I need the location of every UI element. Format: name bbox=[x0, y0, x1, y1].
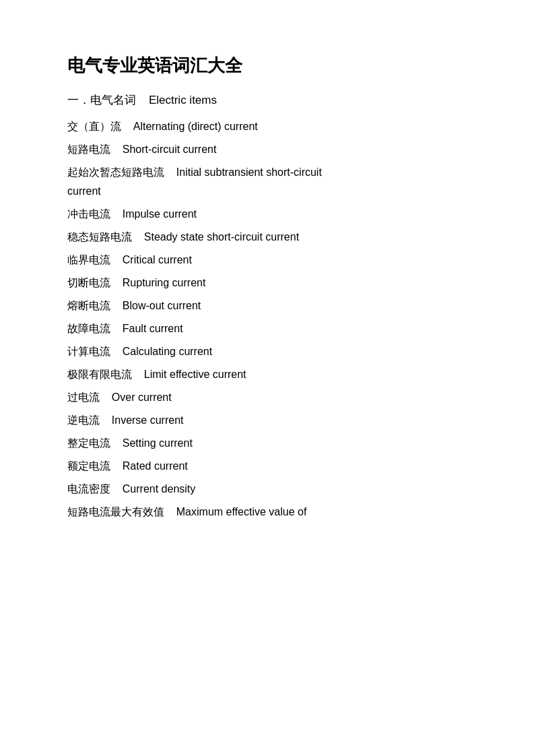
list-item: 冲击电流 Impulse current bbox=[67, 205, 467, 224]
list-item: 额定电流 Rated current bbox=[67, 457, 467, 476]
entry-chinese: 短路电流最大有效值 bbox=[67, 506, 164, 517]
list-item: 过电流 Over current bbox=[67, 388, 467, 407]
entry-english: Over current bbox=[112, 391, 172, 403]
list-item: 切断电流 Rupturing current bbox=[67, 274, 467, 292]
entry-chinese: 交（直）流 bbox=[67, 121, 121, 132]
entry-english: Initial subtransient short-circuit bbox=[176, 166, 322, 178]
entry-english: Fault current bbox=[123, 323, 183, 334]
list-item: 短路电流最大有效值 Maximum effective value of bbox=[67, 503, 467, 522]
list-item: 交（直）流 Alternating (direct) current bbox=[67, 117, 467, 136]
list-item: 电流密度 Current density bbox=[67, 480, 467, 499]
entry-chinese: 逆电流 bbox=[67, 414, 100, 426]
entry-chinese: 稳态短路电流 bbox=[67, 231, 132, 243]
entry-chinese: 切断电流 bbox=[67, 277, 110, 288]
entry-chinese: 极限有限电流 bbox=[67, 369, 132, 380]
section-label-english: Electric items bbox=[149, 94, 217, 106]
entry-english: Impulse current bbox=[123, 208, 197, 220]
entry-english: Current density bbox=[123, 483, 196, 495]
entry-english: Inverse current bbox=[112, 414, 184, 426]
list-item: 整定电流 Setting current bbox=[67, 434, 467, 453]
list-item: 稳态短路电流 Steady state short-circuit curren… bbox=[67, 228, 467, 247]
entry-chinese: 额定电流 bbox=[67, 460, 110, 472]
entry-english: Blow-out current bbox=[123, 300, 201, 311]
entry-english: Steady state short-circuit current bbox=[144, 231, 299, 243]
page-title: 电气专业英语词汇大全 bbox=[67, 54, 467, 77]
list-item: 逆电流 Inverse current bbox=[67, 411, 467, 430]
entry-chinese: 冲击电流 bbox=[67, 208, 110, 220]
entry-chinese: 熔断电流 bbox=[67, 300, 110, 311]
entry-chinese: 计算电流 bbox=[67, 346, 110, 357]
list-item: 临界电流 Critical current bbox=[67, 251, 467, 270]
entry-english: Setting current bbox=[123, 437, 193, 449]
entry-english: Short-circuit current bbox=[123, 144, 217, 155]
entry-chinese: 过电流 bbox=[67, 391, 100, 403]
entry-chinese: 整定电流 bbox=[67, 437, 110, 449]
entry-english: Maximum effective value of bbox=[176, 506, 307, 517]
entry-english: Alternating (direct) current bbox=[133, 121, 258, 132]
entry-english: Rated current bbox=[123, 460, 188, 472]
section-header: 一．电气名词 Electric items bbox=[67, 92, 467, 108]
entry-chinese: 故障电流 bbox=[67, 323, 110, 334]
entry-chinese: 电流密度 bbox=[67, 483, 110, 495]
page-content: 电气专业英语词汇大全 一．电气名词 Electric items 交（直）流 A… bbox=[0, 0, 534, 579]
entry-chinese: 临界电流 bbox=[67, 254, 110, 265]
entry-english-cont: current bbox=[67, 185, 101, 197]
entry-chinese: 起始次暂态短路电流 bbox=[67, 166, 164, 178]
entry-english: Rupturing current bbox=[123, 277, 206, 288]
list-item: 起始次暂态短路电流 Initial subtransient short-cir… bbox=[67, 163, 467, 201]
entry-english: Calculating current bbox=[123, 346, 212, 357]
list-item: 短路电流 Short-circuit current bbox=[67, 140, 467, 159]
list-item: 熔断电流 Blow-out current bbox=[67, 296, 467, 315]
entry-english: Critical current bbox=[123, 254, 192, 265]
list-item: 故障电流 Fault current bbox=[67, 319, 467, 338]
entry-chinese: 短路电流 bbox=[67, 144, 110, 155]
section-label: 一．电气名词 bbox=[67, 94, 136, 106]
entry-english: Limit effective current bbox=[144, 369, 246, 380]
list-item: 极限有限电流 Limit effective current bbox=[67, 365, 467, 384]
list-item: 计算电流 Calculating current bbox=[67, 342, 467, 361]
